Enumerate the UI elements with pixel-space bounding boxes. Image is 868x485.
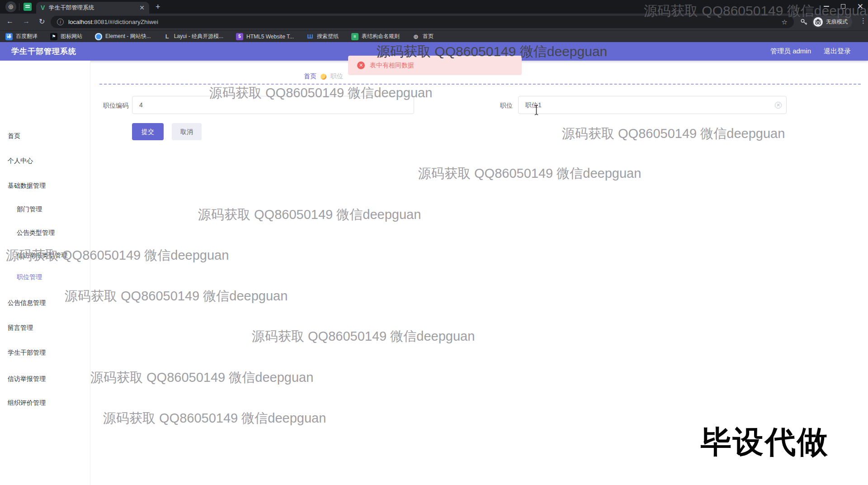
current-user-label: 管理员 admin <box>770 47 811 56</box>
address-bar[interactable]: i localhost:8081/#/dictionaryZhiwei ☆ <box>51 16 794 28</box>
bookmark-label: 搜索壁纸 <box>317 33 339 40</box>
maximize-button[interactable] <box>841 4 845 9</box>
error-toast: ✕ 表中有相同数据 <box>348 56 522 75</box>
clear-input-icon[interactable]: ✕ <box>775 102 782 109</box>
bookmark-html5-templates[interactable]: 5 HTML5 Website T... <box>236 33 294 40</box>
html5-icon: 5 <box>236 33 243 40</box>
sidebar-item-petition[interactable]: 信访举报管理 <box>8 375 46 383</box>
sidebar-item-cadre[interactable]: 学生干部管理 <box>8 349 46 357</box>
url-path: :8081/#/dictionaryZhiwei <box>92 19 158 25</box>
hand-emoji-icon <box>321 74 326 80</box>
new-tab-button[interactable]: + <box>156 2 160 11</box>
sidebar-item-notice-type[interactable]: 公告类型管理 <box>17 229 55 237</box>
bookmark-label: 首页 <box>423 33 434 40</box>
bookmark-table-naming[interactable]: ≡ 表结构命名规则 <box>351 33 400 40</box>
forward-button-icon[interactable]: → <box>23 17 30 25</box>
position-code-input[interactable]: 4 <box>132 96 414 114</box>
submit-button[interactable]: 提交 <box>132 123 164 140</box>
watermark-text: 源码获取 QQ86050149 微信deepguan <box>562 125 785 143</box>
watermark-text: 源码获取 QQ86050149 微信deepguan <box>103 409 326 428</box>
browser-toolbar: ← → ↻ i localhost:8081/#/dictionaryZhiwe… <box>0 14 868 30</box>
bookmark-label: Element - 网站快... <box>105 33 151 40</box>
sidebar: 首页 个人中心 基础数据管理 部门管理 公告类型管理 信访举报类型管理 职位管理… <box>0 61 90 485</box>
site-info-icon[interactable]: i <box>57 19 64 25</box>
element-ui-icon <box>95 33 102 40</box>
bookmark-label: 图标网站 <box>61 33 82 40</box>
sidebar-item-position[interactable]: 职位管理 <box>17 273 42 281</box>
bookmark-label: 表结构命名规则 <box>362 33 400 40</box>
sidebar-item-profile[interactable]: 个人中心 <box>8 157 33 165</box>
browser-tab-strip: ⊕ V 学生干部管理系统 ✕ + ✕ <box>0 0 868 14</box>
sidebar-item-notice-info[interactable]: 公告信息管理 <box>8 299 46 307</box>
url-host: localhost <box>68 19 92 25</box>
back-button-icon[interactable]: ← <box>6 17 14 25</box>
position-code-value: 4 <box>139 101 143 109</box>
password-key-icon[interactable] <box>800 18 808 28</box>
watermark-text: 源码获取 QQ86050149 微信deepguan <box>418 165 641 183</box>
sidebar-item-department[interactable]: 部门管理 <box>17 205 42 214</box>
incognito-label: 无痕模式 <box>826 18 848 26</box>
reload-button-icon[interactable]: ↻ <box>39 17 45 26</box>
browser-logo-globe-icon: ⊕ <box>5 1 16 12</box>
bookmark-label: HTML5 Website T... <box>246 33 294 40</box>
close-window-button[interactable]: ✕ <box>857 3 863 10</box>
translate-icon: 译 <box>5 33 13 40</box>
breadcrumb-home-link[interactable]: 首页 <box>304 72 316 81</box>
bookmark-label: Layui - 经典开源模... <box>174 33 223 40</box>
watermark-text: 源码获取 QQ86050149 微信deepguan <box>198 206 421 224</box>
position-code-label: 职位编码 <box>81 102 128 110</box>
breadcrumb: 首页 职位 <box>304 72 343 81</box>
cancel-button[interactable]: 取消 <box>172 123 202 140</box>
globe-icon: ⊕ <box>412 33 420 40</box>
screen: ⊕ V 学生干部管理系统 ✕ + ✕ ← → ↻ i localhost:808… <box>0 0 868 485</box>
sidebar-item-home[interactable]: 首页 <box>8 132 20 140</box>
logout-link[interactable]: 退出登录 <box>824 47 851 56</box>
vue-favicon-icon: V <box>41 4 45 11</box>
error-circle-icon: ✕ <box>357 62 365 69</box>
sidebar-item-message[interactable]: 留言管理 <box>8 324 33 332</box>
watermark-badge: 毕设代做 <box>701 422 829 463</box>
minimize-button[interactable] <box>824 6 829 7</box>
browser-tab[interactable]: V 学生干部管理系统 ✕ <box>36 2 149 14</box>
layui-icon: L <box>164 33 171 40</box>
sidebar-item-base-data[interactable]: 基础数据管理 <box>8 182 46 190</box>
ibeam-cursor <box>533 104 539 118</box>
wallpaper-icon: Ш <box>307 33 314 40</box>
header-right: 管理员 admin 退出登录 <box>770 47 851 56</box>
table-doc-icon: ≡ <box>351 33 359 40</box>
breadcrumb-current: 职位 <box>330 72 343 81</box>
watermark-text: 源码获取 QQ86050149 微信deepguan <box>252 328 475 346</box>
tab-close-icon[interactable]: ✕ <box>139 5 145 11</box>
window-controls: ✕ <box>824 1 863 12</box>
bookmark-label: 百度翻译 <box>16 33 38 40</box>
tab-title: 学生干部管理系统 <box>49 4 135 12</box>
incognito-icon <box>813 17 823 27</box>
bookmark-homepage[interactable]: ⊕ 首页 <box>412 33 434 40</box>
bookmark-star-icon[interactable]: ☆ <box>782 18 788 26</box>
bookmark-icon-site[interactable]: ⚑ 图标网站 <box>50 33 82 40</box>
bookmark-wallpaper-search[interactable]: Ш 搜索壁纸 <box>307 33 339 40</box>
bookmarks-bar: 译 百度翻译 ⚑ 图标网站 Element - 网站快... L Layui -… <box>0 30 868 42</box>
dashed-divider <box>99 84 861 85</box>
incognito-badge[interactable]: 无痕模式 <box>812 16 852 28</box>
pinned-doc-icon[interactable] <box>24 3 32 11</box>
bookmark-element[interactable]: Element - 网站快... <box>95 33 151 40</box>
divider <box>19 3 19 10</box>
browser-menu-icon[interactable]: ⋮ <box>860 17 867 25</box>
bookmark-layui[interactable]: L Layui - 经典开源模... <box>164 33 223 40</box>
watermark-text: 源码获取 QQ86050149 微信deepguan <box>65 287 288 305</box>
error-toast-text: 表中有相同数据 <box>370 62 414 70</box>
bookmark-baidu-translate[interactable]: 译 百度翻译 <box>5 33 38 40</box>
position-input[interactable]: 职位1 ✕ <box>518 96 787 114</box>
url-text[interactable]: localhost:8081/#/dictionaryZhiwei <box>68 19 777 25</box>
sidebar-item-petition-type[interactable]: 信访举报类型管理 <box>17 252 67 260</box>
flag-icon: ⚑ <box>50 33 57 40</box>
app-title: 学生干部管理系统 <box>11 46 76 57</box>
sidebar-item-evaluation[interactable]: 组织评价管理 <box>8 399 46 407</box>
position-label: 职位 <box>481 102 513 110</box>
watermark-text: 源码获取 QQ86050149 微信deepguan <box>90 369 313 387</box>
